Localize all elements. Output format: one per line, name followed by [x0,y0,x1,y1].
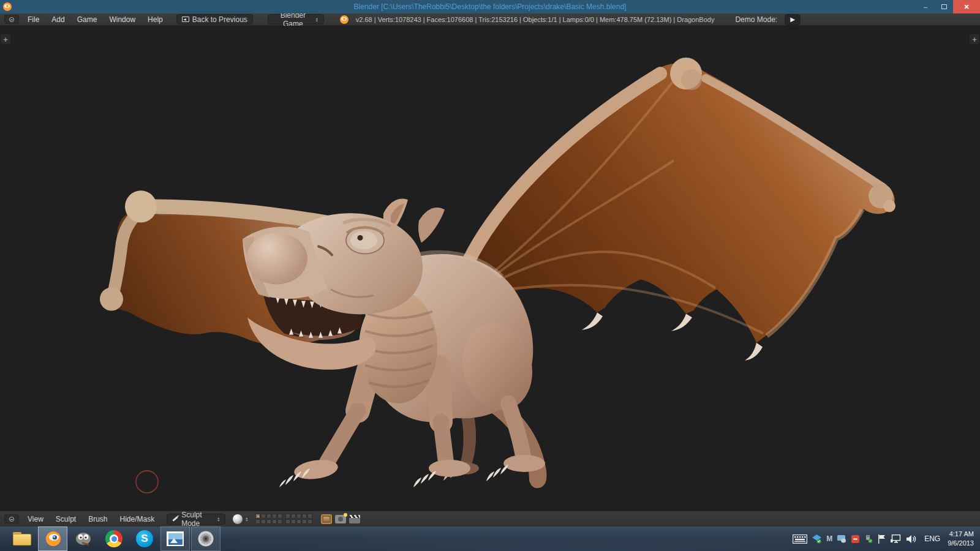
dragon-eye [346,227,384,253]
restore-button[interactable] [935,0,953,13]
back-to-previous-button[interactable]: Back to Previous [176,14,253,24]
app-m-icon[interactable]: M [826,534,832,543]
photo-viewer-icon [167,531,184,546]
taskbar-media-speaker[interactable] [191,527,221,551]
layer-cell[interactable] [272,519,277,524]
layer-cell[interactable] [307,514,312,519]
layer-cell[interactable] [307,519,312,524]
view3d-editor-icon [9,517,14,522]
texture-toggle-icon[interactable] [321,514,332,524]
info-editor-icon [9,17,14,22]
taskbar-gimp[interactable] [69,527,98,551]
layer-cell[interactable] [285,519,290,524]
layer-1-active[interactable] [255,514,260,519]
taskbar-file-explorer[interactable] [7,527,37,551]
menu-add[interactable]: Add [45,13,70,25]
titlebar: Blender [C:\Users\TheRobbi5\Desktop\the … [0,0,980,13]
touchpad-icon[interactable] [837,535,846,543]
blender-icon [43,530,62,548]
scene-stats: v2.68 | Verts:1078243 | Faces:1076608 | … [356,16,715,23]
volume-icon[interactable] [907,534,917,544]
engine-select[interactable]: Blender Game ▲▼ [268,14,324,24]
sculpt-brush-cursor[interactable] [136,471,158,493]
speaker-app-icon [197,530,214,547]
layer-cell[interactable] [255,519,260,524]
system-tray: M ENG 4:17 AM 9/6/2013 [793,530,980,548]
layer-cell[interactable] [277,519,282,524]
layer-cell[interactable] [291,514,296,519]
windows-taskbar: S M [0,527,980,551]
back-arrow-icon [182,17,189,22]
scene-layers-widget[interactable] [255,514,312,524]
3d-viewport[interactable]: + + [0,26,980,511]
editor-type-selector[interactable] [4,514,19,523]
chrome-icon [105,530,123,547]
window-title: Blender [C:\Users\TheRobbi5\Desktop\the … [0,2,980,11]
menu-file[interactable]: File [21,13,45,25]
menu-game[interactable]: Game [71,13,104,25]
taskbar-apps: S [0,527,222,551]
menu-hide-mask[interactable]: Hide/Mask [114,511,161,527]
layer-cell[interactable] [302,514,307,519]
layer-cell[interactable] [261,514,266,519]
layer-cell[interactable] [296,514,301,519]
taskbar-skype[interactable]: S [130,527,159,551]
menu-view[interactable]: View [21,511,50,527]
layer-cell[interactable] [285,514,290,519]
taskbar-blender-active[interactable] [38,527,67,551]
dragon-model-render[interactable] [0,26,980,511]
action-flag-icon[interactable] [878,534,886,544]
restore-icon [941,4,947,9]
language-indicator[interactable]: ENG [924,534,940,543]
blender-logo-icon [340,15,349,24]
menu-sculpt[interactable]: Sculpt [50,511,82,527]
status-red-icon[interactable] [851,535,859,543]
clock-time: 4:17 AM [948,530,974,539]
close-button[interactable]: ✕ [953,0,980,13]
spinner-arrows-icon: ▲▼ [245,517,248,522]
gimp-icon [74,530,92,547]
mode-select-value: Sculpt Mode [181,511,214,528]
layer-cell[interactable] [277,514,282,519]
window-controls: – ✕ [916,0,980,13]
layer-cell[interactable] [266,519,271,524]
demo-mode-label: Demo Mode: [735,15,777,24]
matcap-sphere-button[interactable] [233,514,243,524]
layer-group-1[interactable] [255,514,282,524]
layer-cell[interactable] [272,514,277,519]
sculpt-mode-icon [172,516,178,522]
toolshelf-expand-button[interactable]: + [1,34,10,44]
editor-type-selector[interactable] [4,15,19,24]
taskbar-clock[interactable]: 4:17 AM 9/6/2013 [948,530,974,548]
spinner-arrows-icon: ▲▼ [217,517,220,522]
file-explorer-icon [13,532,31,545]
layer-cell[interactable] [291,519,296,524]
clock-date: 9/6/2013 [948,539,974,548]
layer-cell[interactable] [296,519,301,524]
layer-group-2[interactable] [285,514,312,524]
info-header: File Add Game Window Help Back to Previo… [0,13,980,26]
opengl-render-icon[interactable] [335,515,346,523]
header-icon-buttons [321,514,360,524]
network-display-icon[interactable] [891,534,902,544]
dropbox-icon[interactable] [812,534,821,544]
layer-cell[interactable] [302,519,307,524]
sculpt-header: View Sculpt Brush Hide/Mask Sculpt Mode … [0,511,980,527]
demo-play-button[interactable]: ▶ [785,14,801,25]
properties-expand-button[interactable]: + [970,34,979,44]
menu-window[interactable]: Window [103,13,141,25]
keyboard-icon[interactable] [793,534,807,544]
layer-cell[interactable] [266,514,271,519]
mode-select[interactable]: Sculpt Mode ▲▼ [167,514,225,525]
taskbar-chrome[interactable] [99,527,129,551]
back-to-previous-label: Back to Previous [192,15,247,24]
blender-window: Blender [C:\Users\TheRobbi5\Desktop\the … [0,0,980,551]
opengl-animation-icon[interactable] [349,515,360,523]
menu-brush[interactable]: Brush [82,511,113,527]
layer-cell[interactable] [261,519,266,524]
taskbar-photo-viewer[interactable] [160,527,190,551]
menu-help[interactable]: Help [141,13,169,25]
usb-eject-icon[interactable] [864,534,873,543]
skype-icon: S [136,530,153,547]
minimize-button[interactable]: – [916,0,935,13]
